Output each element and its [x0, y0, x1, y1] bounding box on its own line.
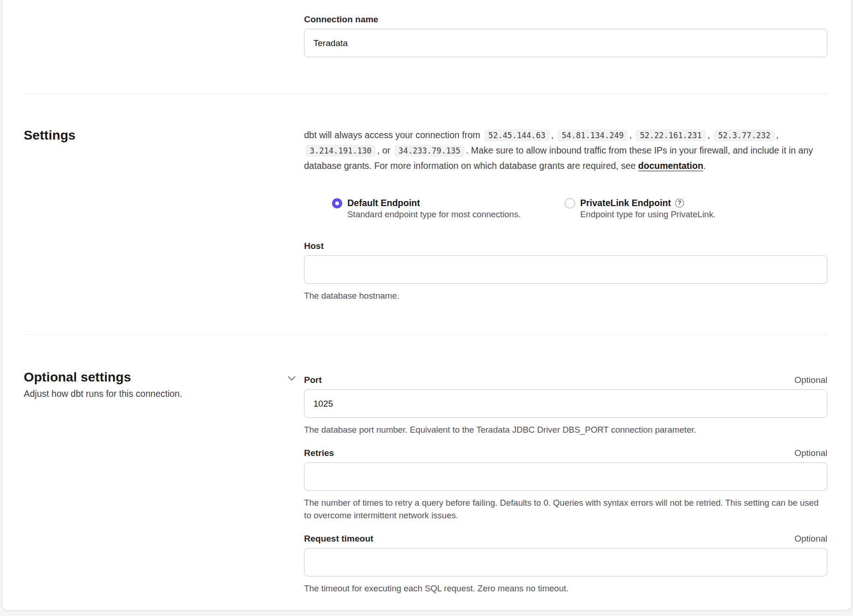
separator: , — [551, 130, 556, 140]
connection-name-input[interactable] — [304, 29, 827, 57]
connection-name-label: Connection name — [304, 14, 378, 25]
optional-badge: Optional — [794, 448, 827, 458]
separator: , or — [377, 145, 393, 155]
help-question-icon[interactable]: ? — [675, 199, 684, 208]
retries-label: Retries — [304, 448, 334, 458]
radio-privatelink-endpoint[interactable]: PrivateLink Endpoint ? Endpoint type for… — [565, 197, 716, 221]
radio-privatelink-endpoint-description: Endpoint type for using PrivateLink. — [580, 209, 716, 219]
request-timeout-field-group: Request timeout Optional The timeout for… — [304, 534, 827, 595]
host-input[interactable] — [304, 255, 827, 284]
intro-prefix: dbt will always access your connection f… — [304, 130, 483, 140]
port-helper-text: The database port number. Equivalent to … — [304, 423, 827, 436]
ip-chip: 52.3.77.232 — [714, 129, 775, 141]
optional-settings-heading: Optional settings — [24, 369, 182, 385]
separator: , — [707, 130, 712, 140]
radio-default-endpoint[interactable]: Default Endpoint Standard endpoint type … — [332, 197, 565, 221]
settings-section: Settings dbt will always access your con… — [24, 94, 827, 335]
ip-chip: 52.45.144.63 — [484, 129, 550, 141]
ip-chip: 54.81.134.249 — [557, 129, 628, 141]
port-field-group: Port Optional The database port number. … — [304, 375, 827, 436]
retries-field-group: Retries Optional The number of times to … — [304, 448, 827, 522]
ip-allowlist-paragraph: dbt will always access your connection f… — [304, 127, 827, 173]
host-field-group: Host The database hostname. — [304, 241, 827, 302]
request-timeout-input[interactable] — [304, 548, 827, 576]
optional-badge: Optional — [794, 534, 827, 544]
ip-chip: 3.214.191.130 — [305, 145, 376, 157]
retries-helper-text: The number of times to retry a query bef… — [304, 496, 827, 522]
radio-default-endpoint-label: Default Endpoint — [347, 197, 521, 208]
settings-card: Connection name Settings dbt will always… — [2, 0, 852, 610]
radio-circle-icon[interactable] — [332, 198, 342, 208]
optional-settings-section: Optional settings Adjust how dbt runs fo… — [24, 335, 827, 609]
separator: . — [703, 161, 705, 171]
host-label: Host — [304, 241, 324, 251]
connection-name-section: Connection name — [24, 0, 827, 94]
optional-settings-subheading: Adjust how dbt runs for this connection. — [24, 388, 182, 400]
request-timeout-helper-text: The timeout for executing each SQL reque… — [304, 582, 827, 595]
radio-privatelink-endpoint-label: PrivateLink Endpoint — [580, 197, 671, 208]
host-helper-text: The database hostname. — [304, 289, 827, 302]
separator: , — [629, 130, 634, 140]
radio-circle-icon[interactable] — [565, 198, 575, 208]
port-label: Port — [304, 375, 322, 385]
optional-badge: Optional — [794, 375, 827, 385]
request-timeout-label: Request timeout — [304, 534, 373, 544]
retries-input[interactable] — [304, 462, 827, 491]
endpoint-radio-group: Default Endpoint Standard endpoint type … — [332, 197, 827, 221]
chevron-down-icon — [288, 375, 296, 382]
documentation-link[interactable]: documentation — [638, 161, 704, 171]
ip-chip: 34.233.79.135 — [394, 145, 465, 157]
port-input[interactable] — [304, 389, 827, 418]
settings-heading: Settings — [24, 127, 304, 143]
collapse-toggle-button[interactable] — [285, 373, 298, 384]
radio-default-endpoint-description: Standard endpoint type for most connecti… — [347, 209, 521, 219]
separator: , — [776, 130, 779, 140]
ip-chip: 52.22.161.231 — [636, 129, 706, 141]
